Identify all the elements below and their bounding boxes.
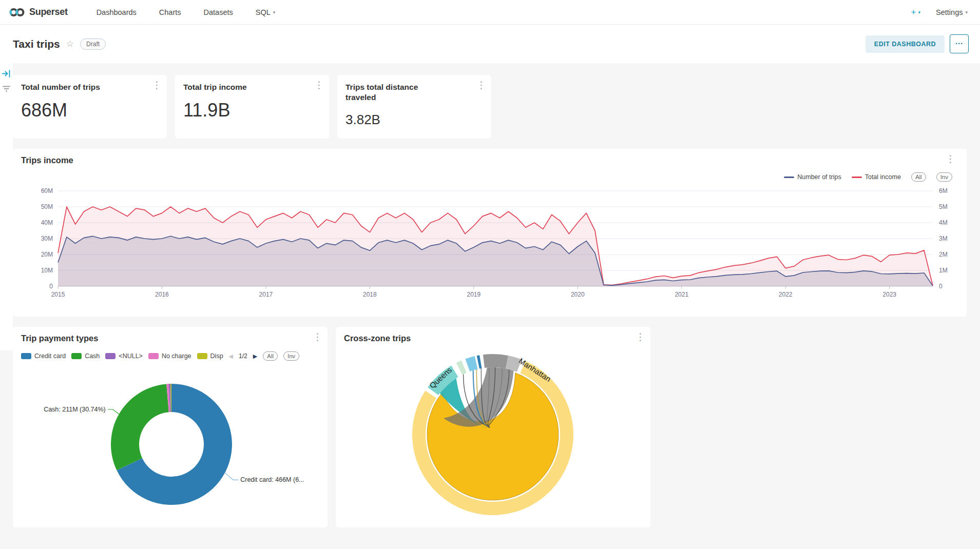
- chevron-down-icon: ▾: [965, 10, 968, 15]
- kpi-title: Total number of trips: [21, 82, 139, 92]
- legend-item-null[interactable]: <NULL>: [105, 352, 143, 360]
- kebab-menu-icon[interactable]: ⋮: [152, 80, 162, 90]
- svg-text:2020: 2020: [571, 291, 585, 298]
- kpi-value: 3.82B: [345, 112, 380, 128]
- kpi-title: Total trip income: [183, 82, 301, 92]
- svg-text:2M: 2M: [939, 251, 948, 258]
- svg-text:30M: 30M: [41, 235, 53, 242]
- pie-slice-cash: [111, 384, 169, 470]
- top-navbar: Superset Dashboards Charts Datasets SQL▾…: [0, 0, 980, 25]
- edit-dashboard-button[interactable]: EDIT DASHBOARD: [866, 35, 945, 53]
- trips-income-area-chart[interactable]: 60M6M50M5M40M4M30M3M20M2M10M1M0020152016…: [13, 149, 967, 317]
- dashboard-header: Taxi trips ☆ Draft EDIT DASHBOARD ···: [0, 25, 980, 63]
- kpi-value: 11.9B: [183, 100, 230, 121]
- cross-zone-panel: Cross-zone trips ⋮ QueensManhattan: [336, 327, 650, 527]
- brand-name: Superset: [29, 7, 68, 17]
- legend-item-credit-card[interactable]: Credit card: [21, 352, 66, 360]
- kebab-menu-icon[interactable]: ⋮: [313, 332, 322, 342]
- svg-text:4M: 4M: [939, 219, 948, 226]
- kebab-menu-icon[interactable]: ⋮: [314, 80, 324, 90]
- payment-types-panel: Trip payment types ⋮ Credit card Cash <N…: [13, 327, 328, 527]
- series-swatch: [105, 353, 116, 359]
- svg-text:20M: 20M: [41, 251, 53, 258]
- chord-zone-manhattan: [483, 354, 508, 368]
- svg-text:2016: 2016: [155, 291, 169, 298]
- series-swatch: [21, 353, 31, 359]
- svg-text:2022: 2022: [779, 291, 793, 298]
- chord-zone: [465, 356, 477, 371]
- header-actions: EDIT DASHBOARD ···: [866, 34, 980, 53]
- nav-menu: Dashboards Charts Datasets SQL▾: [97, 8, 276, 16]
- expand-filter-bar-icon[interactable]: [2, 69, 11, 78]
- legend-all-button[interactable]: All: [263, 351, 278, 361]
- svg-text:60M: 60M: [41, 187, 53, 194]
- nav-item-datasets[interactable]: Datasets: [204, 8, 233, 16]
- cross-zone-chord-chart[interactable]: QueensManhattan: [336, 346, 650, 526]
- svg-text:3M: 3M: [939, 235, 948, 242]
- dashboard-content: Total number of trips ⋮ 686M Total trip …: [0, 63, 980, 549]
- svg-text:2019: 2019: [467, 291, 481, 298]
- favorite-star-icon[interactable]: ☆: [66, 38, 74, 49]
- collapsed-filter-bar: [0, 63, 13, 350]
- svg-text:2015: 2015: [51, 291, 65, 298]
- settings-menu[interactable]: Settings▾: [936, 8, 968, 16]
- superset-infinity-icon: [9, 7, 25, 17]
- svg-text:2021: 2021: [675, 291, 688, 298]
- chart-title: Cross-zone trips: [344, 334, 411, 343]
- pie-callout-cash: Cash: 211M (30.74%): [44, 406, 106, 413]
- nav-item-charts[interactable]: Charts: [159, 8, 181, 16]
- svg-text:10M: 10M: [41, 267, 53, 274]
- svg-text:40M: 40M: [41, 219, 53, 226]
- legend-item-no-charge[interactable]: No charge: [148, 352, 191, 360]
- kpi-value: 686M: [21, 100, 67, 121]
- nav-right: +▾ Settings▾: [911, 7, 980, 17]
- kebab-menu-icon[interactable]: ⋮: [476, 80, 486, 90]
- pie-legend: Credit card Cash <NULL> No charge Disp ◀…: [21, 351, 322, 361]
- chart-title: Trip payment types: [21, 334, 98, 343]
- status-badge: Draft: [80, 38, 106, 50]
- svg-text:2017: 2017: [259, 291, 273, 298]
- svg-text:5M: 5M: [939, 203, 948, 210]
- kpi-card-trip-income: Total trip income ⋮ 11.9B: [175, 75, 329, 139]
- pie-callout-credit: Credit card: 466M (6...: [240, 476, 304, 483]
- chord-zone: [477, 355, 482, 368]
- series-swatch: [71, 353, 82, 359]
- legend-inv-button[interactable]: Inv: [283, 351, 299, 361]
- svg-text:50M: 50M: [41, 203, 53, 210]
- legend-item-cash[interactable]: Cash: [71, 352, 100, 360]
- svg-text:2018: 2018: [363, 291, 377, 298]
- series-swatch: [148, 353, 159, 359]
- legend-page-indicator: 1/2: [239, 352, 247, 360]
- kebab-menu-icon[interactable]: ⋮: [636, 332, 645, 342]
- series-swatch: [197, 353, 207, 359]
- svg-text:2023: 2023: [882, 291, 896, 298]
- chord-zone: [456, 361, 467, 375]
- nav-item-sql[interactable]: SQL▾: [256, 8, 276, 16]
- legend-prev-page-icon[interactable]: ◀: [229, 353, 233, 360]
- svg-text:6M: 6M: [939, 187, 948, 194]
- svg-text:0: 0: [49, 283, 53, 290]
- legend-item-disp[interactable]: Disp: [197, 352, 223, 360]
- legend-next-page-icon[interactable]: ▶: [253, 353, 257, 360]
- more-options-button[interactable]: ···: [950, 34, 969, 53]
- nav-item-dashboards[interactable]: Dashboards: [97, 8, 137, 16]
- filter-icon[interactable]: [2, 85, 11, 92]
- kpi-card-total-trips: Total number of trips ⋮ 686M: [13, 75, 167, 139]
- chevron-down-icon: ▾: [918, 10, 921, 15]
- svg-text:0: 0: [939, 283, 943, 290]
- kpi-card-total-distance: Trips total distance traveled ⋮ 3.82B: [337, 75, 491, 139]
- trips-income-panel: Trips income ⋮ Number of trips Total inc…: [13, 149, 967, 317]
- superset-logo[interactable]: Superset: [0, 7, 68, 17]
- page-title: Taxi trips: [13, 38, 60, 50]
- new-item-button[interactable]: +▾: [911, 7, 920, 17]
- svg-text:1M: 1M: [939, 267, 948, 274]
- kpi-title: Trips total distance traveled: [345, 82, 438, 103]
- payment-types-donut-chart[interactable]: Cash: 211M (30.74%)Credit card: 466M (6.…: [13, 365, 328, 524]
- chevron-down-icon: ▾: [273, 10, 276, 15]
